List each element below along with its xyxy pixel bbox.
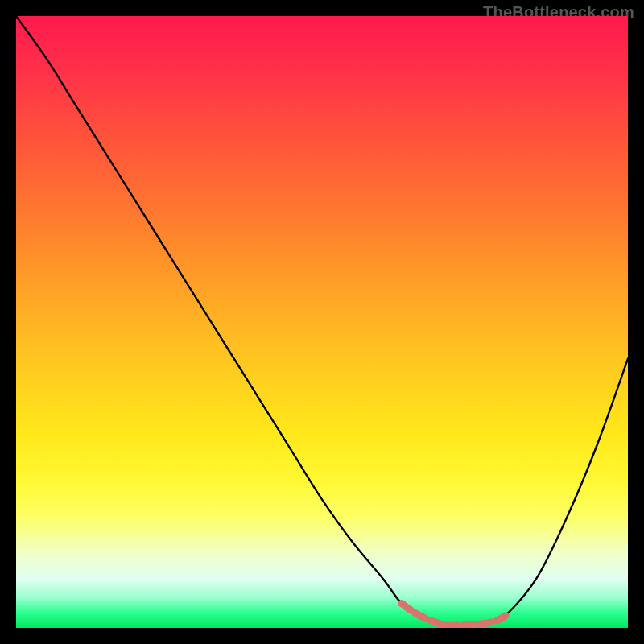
curve-svg [16, 16, 628, 628]
chart-container: TheBottleneck.com [0, 0, 644, 644]
bottleneck-curve-path [16, 16, 628, 625]
highlight-band-path [402, 604, 506, 626]
plot-area [16, 16, 628, 628]
